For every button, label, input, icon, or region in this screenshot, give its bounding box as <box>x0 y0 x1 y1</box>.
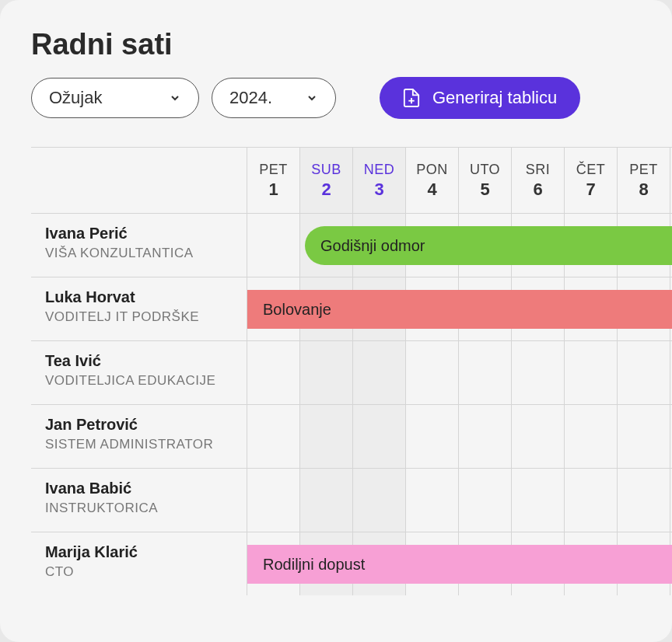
person-cell: Tea IvićVODITELJICA EDUKACIJE <box>31 341 247 404</box>
grid-cell[interactable] <box>618 405 670 468</box>
grid-cell[interactable] <box>406 405 459 468</box>
grid-cell[interactable] <box>618 341 670 404</box>
event-bar[interactable]: Rodiljni dopust <box>247 545 672 584</box>
event-bar[interactable]: Bolovanje <box>247 290 672 329</box>
month-select-value: Ožujak <box>49 88 102 108</box>
person-cell: Ivana PerićVIŠA KONZULTANTICA <box>31 214 247 277</box>
day-abbr: UTO <box>470 162 500 178</box>
day-abbr: SRI <box>526 162 551 178</box>
grid-cell[interactable] <box>618 469 670 532</box>
day-abbr: SUB <box>311 162 341 178</box>
person-role: VIŠA KONZULTANTICA <box>45 246 247 261</box>
main-panel: Radni sati Ožujak 2024. Generiraj tablic… <box>0 0 672 642</box>
person-cell: Ivana BabićINSTRUKTORICA <box>31 469 247 532</box>
file-plus-icon <box>403 88 420 108</box>
person-name: Jan Petrović <box>45 416 247 434</box>
grid-cell[interactable] <box>459 469 512 532</box>
person-name: Marija Klarić <box>45 543 247 561</box>
grid-cell[interactable] <box>300 405 353 468</box>
day-abbr: ČET <box>576 162 606 178</box>
day-abbr: NED <box>364 162 395 178</box>
person-row: Tea IvićVODITELJICA EDUKACIJE <box>31 340 672 404</box>
day-header: ČET7 <box>565 148 618 213</box>
person-role: VODITELJ IT PODRŠKE <box>45 309 247 325</box>
day-number: 5 <box>480 180 489 200</box>
day-header: UTO5 <box>459 148 512 213</box>
grid-cell[interactable] <box>406 469 459 532</box>
chevron-down-icon <box>169 92 181 104</box>
day-number: 4 <box>427 180 436 200</box>
day-number: 8 <box>639 180 648 200</box>
controls-bar: Ožujak 2024. Generiraj tablicu <box>31 77 672 119</box>
person-name: Tea Ivić <box>45 352 247 370</box>
grid-cell[interactable] <box>247 469 300 532</box>
month-select[interactable]: Ožujak <box>31 78 199 118</box>
page-title: Radni sati <box>31 28 672 61</box>
person-name: Ivana Babić <box>45 480 247 497</box>
day-header: PON4 <box>406 148 459 213</box>
person-name: Ivana Perić <box>45 225 247 242</box>
grid-cell[interactable] <box>406 341 459 404</box>
person-role: INSTRUKTORICA <box>45 501 247 516</box>
day-abbr: PET <box>629 162 658 178</box>
person-row: Jan PetrovićSISTEM ADMINISTRATOR <box>31 404 672 468</box>
grid-header-row: PET1SUB2NED3PON4UTO5SRI6ČET7PET8 <box>31 148 672 213</box>
day-abbr: PET <box>259 162 288 178</box>
event-bar[interactable]: Godišnji odmor <box>305 226 672 265</box>
day-header: PET8 <box>618 148 670 213</box>
person-row: Marija KlarićCTORodiljni dopust <box>31 532 672 595</box>
day-header: SRI6 <box>512 148 565 213</box>
grid-cell[interactable] <box>459 341 512 404</box>
day-number: 1 <box>268 180 278 200</box>
person-role: SISTEM ADMINISTRATOR <box>45 437 247 452</box>
grid-cell[interactable] <box>565 405 618 468</box>
generate-table-button[interactable]: Generiraj tablicu <box>380 77 580 119</box>
day-number: 2 <box>321 180 331 200</box>
day-number: 6 <box>533 180 542 200</box>
day-abbr: PON <box>416 162 448 178</box>
person-role: VODITELJICA EDUKACIJE <box>45 373 247 389</box>
person-row: Luka HorvatVODITELJ IT PODRŠKEBolovanje <box>31 277 672 340</box>
person-row: Ivana BabićINSTRUKTORICA <box>31 468 672 532</box>
grid-cell[interactable] <box>353 469 406 532</box>
grid-header-spacer <box>31 148 247 213</box>
chevron-down-icon <box>306 92 318 104</box>
grid-cell[interactable] <box>565 469 618 532</box>
day-header: NED3 <box>353 148 406 213</box>
person-role: CTO <box>45 564 247 580</box>
grid-cell[interactable] <box>512 405 565 468</box>
person-cell: Marija KlarićCTO <box>31 532 247 595</box>
person-name: Luka Horvat <box>45 288 247 306</box>
grid-cell[interactable] <box>247 214 300 277</box>
grid-cell[interactable] <box>300 469 353 532</box>
grid-cell[interactable] <box>247 341 300 404</box>
timesheet-grid: PET1SUB2NED3PON4UTO5SRI6ČET7PET8 Ivana P… <box>31 147 672 595</box>
person-cell: Jan PetrovićSISTEM ADMINISTRATOR <box>31 405 247 468</box>
grid-cell[interactable] <box>459 405 512 468</box>
grid-cell[interactable] <box>565 341 618 404</box>
grid-cell[interactable] <box>353 341 406 404</box>
grid-cell[interactable] <box>512 469 565 532</box>
person-row: Ivana PerićVIŠA KONZULTANTICAGodišnji od… <box>31 213 672 277</box>
day-number: 3 <box>374 180 383 200</box>
day-header: SUB2 <box>300 148 353 213</box>
day-header: PET1 <box>247 148 300 213</box>
grid-cell[interactable] <box>300 341 353 404</box>
year-select[interactable]: 2024. <box>212 78 336 118</box>
year-select-value: 2024. <box>229 88 272 108</box>
grid-cell[interactable] <box>512 341 565 404</box>
day-number: 7 <box>586 180 595 200</box>
grid-cell[interactable] <box>247 405 300 468</box>
person-cell: Luka HorvatVODITELJ IT PODRŠKE <box>31 277 247 340</box>
grid-cell[interactable] <box>353 405 406 468</box>
generate-button-label: Generiraj tablicu <box>432 88 557 108</box>
